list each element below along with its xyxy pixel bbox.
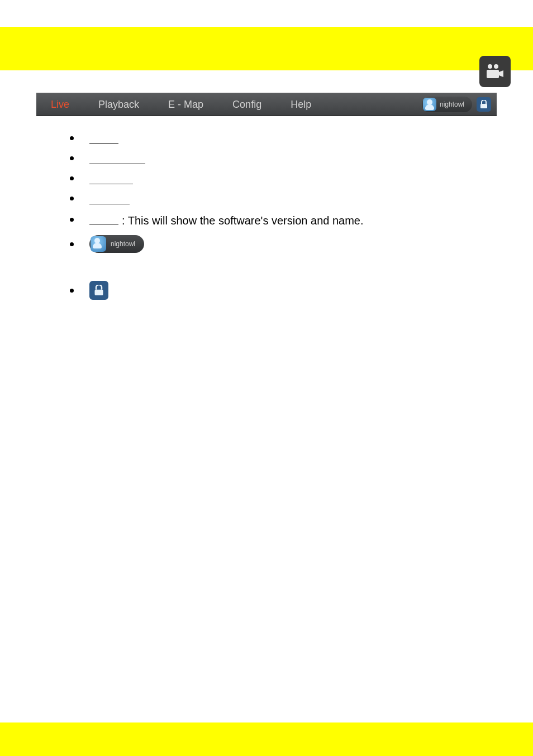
lock-icon-sample xyxy=(89,281,108,300)
blank-underline xyxy=(89,132,118,144)
feature-bullet-list: : This will show the software's version … xyxy=(36,116,497,300)
list-item-help: : This will show the software's version … xyxy=(70,212,497,227)
header-yellow-band xyxy=(0,27,533,70)
list-item xyxy=(70,152,497,164)
app-nav-bar: Live Playback E - Map Config Help nighto… xyxy=(36,93,497,116)
tab-help[interactable]: Help xyxy=(276,93,326,116)
user-pill[interactable]: nightowl xyxy=(422,97,472,112)
avatar-icon xyxy=(91,236,106,252)
list-item xyxy=(70,132,497,144)
bullet-dot xyxy=(70,136,74,140)
bullet-dot xyxy=(70,176,74,180)
user-label: nightowl xyxy=(111,240,135,248)
user-label: nightowl xyxy=(440,101,464,108)
bullet-dot xyxy=(70,218,74,222)
svg-point-0 xyxy=(488,64,492,69)
bullet-dot xyxy=(70,289,74,293)
bullet-dot xyxy=(70,156,74,160)
user-pill-sample: nightowl xyxy=(89,235,144,253)
help-description: : This will show the software's version … xyxy=(122,214,364,227)
avatar-icon xyxy=(423,98,436,111)
bullet-dot xyxy=(70,242,74,246)
tab-live[interactable]: Live xyxy=(36,93,84,116)
tab-emap[interactable]: E - Map xyxy=(154,93,218,116)
list-item-userpill: nightowl xyxy=(70,235,497,253)
svg-rect-3 xyxy=(480,104,487,108)
list-item xyxy=(70,172,497,184)
blank-underline xyxy=(89,212,118,224)
blank-underline xyxy=(89,192,130,204)
list-item xyxy=(70,192,497,204)
svg-point-1 xyxy=(494,64,498,69)
list-item-lock xyxy=(70,281,497,300)
lock-icon[interactable] xyxy=(477,97,491,112)
blank-underline xyxy=(89,172,133,184)
blank-underline xyxy=(89,152,145,164)
tab-config[interactable]: Config xyxy=(218,93,276,116)
svg-rect-2 xyxy=(487,70,499,78)
bullet-dot xyxy=(70,197,74,200)
svg-rect-4 xyxy=(95,290,103,295)
tab-playback[interactable]: Playback xyxy=(84,93,154,116)
camera-icon xyxy=(479,56,511,87)
